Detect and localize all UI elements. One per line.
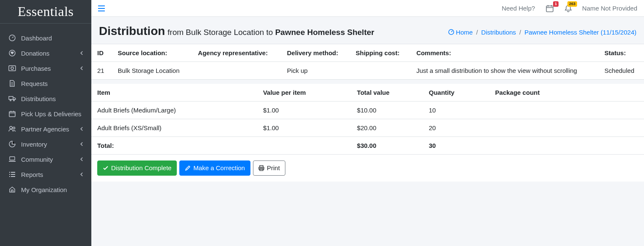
chevron-left-icon bbox=[80, 157, 84, 161]
sidebar-item-distributions[interactable]: Distributions bbox=[3, 91, 88, 106]
calendar-icon bbox=[8, 110, 17, 118]
cell-package bbox=[489, 119, 644, 137]
items-table: Item Value per item Total value Quantity… bbox=[91, 84, 644, 154]
cell-package bbox=[489, 102, 644, 119]
cell-comments: Just a small distribution to show the vi… bbox=[410, 62, 599, 80]
brand-text: Essentials bbox=[18, 4, 74, 19]
svg-point-3 bbox=[11, 67, 13, 70]
home-icon bbox=[8, 186, 17, 193]
money-icon bbox=[8, 64, 17, 72]
content-header: Distribution from Bulk Storage Location … bbox=[91, 17, 644, 44]
print-button[interactable]: Print bbox=[253, 160, 285, 176]
sidebar-item-label: Purchases bbox=[21, 65, 80, 72]
main: Need Help? 1 263 Name Not Provided Distr… bbox=[91, 0, 644, 246]
sidebar-item-label: Reports bbox=[21, 171, 80, 178]
dashboard-icon bbox=[448, 29, 454, 35]
brand-logo[interactable]: Essentials bbox=[0, 0, 91, 24]
total-value: $30.00 bbox=[351, 137, 423, 155]
sidebar-item-label: Dashboard bbox=[21, 35, 84, 42]
svg-point-4 bbox=[10, 100, 11, 101]
notifications-button[interactable]: 263 bbox=[564, 4, 573, 13]
file-icon bbox=[8, 80, 17, 87]
cell-status: Scheduled bbox=[599, 62, 644, 80]
check-icon bbox=[103, 165, 109, 171]
svg-point-7 bbox=[10, 126, 12, 129]
page-subtitle: from Bulk Storage Location to Pawnee Hom… bbox=[168, 28, 374, 37]
cell-id: 21 bbox=[91, 62, 112, 80]
cell-quantity: 10 bbox=[423, 102, 490, 119]
hamburger-icon[interactable] bbox=[98, 4, 106, 13]
svg-point-5 bbox=[13, 100, 15, 101]
total-label: Total: bbox=[91, 137, 257, 155]
breadcrumb-home-label: Home bbox=[456, 29, 473, 36]
total-quantity: 30 bbox=[423, 137, 490, 155]
svg-rect-2 bbox=[9, 66, 16, 71]
chevron-left-icon bbox=[80, 172, 84, 176]
sidebar-item-pick-ups-deliveries[interactable]: Pick Ups & Deliveries bbox=[3, 106, 88, 121]
sidebar-item-requests[interactable]: Requests bbox=[3, 76, 88, 91]
cell-delivery: Pick up bbox=[281, 62, 350, 80]
col-vpi: Value per item bbox=[257, 84, 351, 102]
user-menu[interactable]: Name Not Provided bbox=[582, 5, 637, 12]
calendar-icon bbox=[546, 5, 554, 12]
cell-item: Adult Briefs (XS/Small) bbox=[91, 119, 257, 137]
col-id: ID bbox=[91, 44, 112, 62]
total-row: Total: $30.00 30 bbox=[91, 137, 644, 155]
sidebar-item-dashboard[interactable]: Dashboard bbox=[3, 30, 88, 45]
breadcrumb-distributions[interactable]: Distributions bbox=[481, 29, 516, 36]
col-shipping: Shipping cost: bbox=[350, 44, 410, 62]
breadcrumb-leaf[interactable]: Pawnee Homeless Shelter (11/15/2024) bbox=[524, 29, 636, 36]
users-icon bbox=[8, 125, 17, 133]
print-label: Print bbox=[267, 164, 280, 172]
cell-total_value: $20.00 bbox=[351, 119, 423, 137]
chevron-left-icon bbox=[80, 142, 84, 146]
info-row: 21 Bulk Storage Location Pick up Just a … bbox=[91, 62, 644, 80]
col-comments: Comments: bbox=[410, 44, 599, 62]
breadcrumb: Home / Distributions / Pawnee Homeless S… bbox=[448, 29, 636, 36]
col-agency: Agency representative: bbox=[192, 44, 281, 62]
make-correction-label: Make a Correction bbox=[193, 164, 245, 172]
pie-icon bbox=[8, 140, 17, 148]
actions-bar: Distribution Complete Make a Correction … bbox=[91, 154, 644, 182]
sidebar-item-community[interactable]: Community bbox=[3, 152, 88, 167]
svg-point-8 bbox=[13, 127, 15, 129]
col-status: Status: bbox=[599, 44, 644, 62]
sidebar-item-label: Requests bbox=[21, 80, 84, 87]
sidebar-item-inventory[interactable]: Inventory bbox=[3, 136, 88, 152]
page-title: Distribution bbox=[99, 24, 165, 38]
cell-vpi: $1.00 bbox=[257, 102, 351, 119]
cell-source: Bulk Storage Location bbox=[112, 62, 192, 80]
sidebar-item-partner-agencies[interactable]: Partner Agencies bbox=[3, 121, 88, 136]
need-help-link[interactable]: Need Help? bbox=[502, 5, 535, 12]
make-correction-button[interactable]: Make a Correction bbox=[179, 160, 250, 176]
breadcrumb-sep: / bbox=[476, 29, 478, 36]
col-delivery: Delivery method: bbox=[281, 44, 350, 62]
items-card: Item Value per item Total value Quantity… bbox=[91, 84, 644, 182]
chevron-left-icon bbox=[80, 66, 84, 70]
calendar-button[interactable]: 1 bbox=[545, 4, 554, 13]
svg-rect-10 bbox=[546, 6, 553, 12]
sidebar-item-label: Partner Agencies bbox=[21, 126, 80, 133]
laptop-icon bbox=[8, 155, 17, 163]
notifications-badge: 263 bbox=[567, 1, 577, 7]
sidebar-item-reports[interactable]: Reports bbox=[3, 167, 88, 182]
sidebar-item-my-organization[interactable]: My Organization bbox=[3, 182, 88, 197]
svg-rect-6 bbox=[9, 112, 15, 117]
cell-vpi: $1.00 bbox=[257, 119, 351, 137]
sidebar-nav: DashboardDonationsPurchasesRequestsDistr… bbox=[0, 27, 91, 201]
truck-icon bbox=[8, 95, 17, 102]
distribution-complete-label: Distribution Complete bbox=[111, 164, 171, 172]
sidebar-item-donations[interactable]: Donations bbox=[3, 45, 88, 61]
list-icon bbox=[8, 171, 17, 178]
cell-quantity: 20 bbox=[423, 119, 490, 137]
breadcrumb-sep: / bbox=[519, 29, 521, 36]
breadcrumb-home[interactable]: Home bbox=[448, 29, 473, 36]
col-package: Package count bbox=[489, 84, 644, 102]
col-total-value: Total value bbox=[351, 84, 423, 102]
sidebar: Essentials DashboardDonationsPurchasesRe… bbox=[0, 0, 91, 246]
calendar-badge: 1 bbox=[553, 1, 559, 7]
distribution-complete-button[interactable]: Distribution Complete bbox=[97, 160, 177, 176]
sidebar-item-purchases[interactable]: Purchases bbox=[3, 61, 88, 76]
col-item: Item bbox=[91, 84, 257, 102]
content-body: ID Source location: Agency representativ… bbox=[91, 44, 644, 246]
